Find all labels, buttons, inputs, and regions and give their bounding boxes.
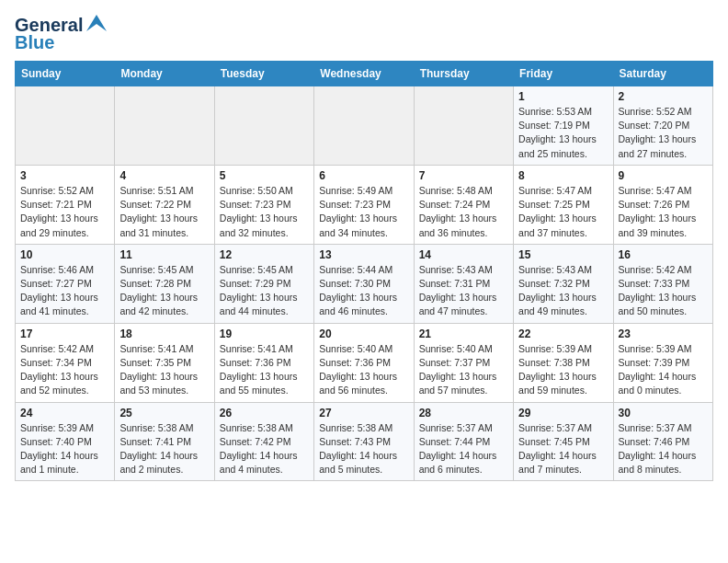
calendar-day-cell bbox=[314, 86, 414, 166]
calendar-day-cell: 24Sunrise: 5:39 AM Sunset: 7:40 PM Dayli… bbox=[16, 402, 115, 481]
calendar-day-cell: 3Sunrise: 5:52 AM Sunset: 7:21 PM Daylig… bbox=[16, 165, 115, 244]
day-of-week-header: Wednesday bbox=[314, 62, 414, 86]
day-info: Sunrise: 5:39 AM Sunset: 7:38 PM Dayligh… bbox=[518, 342, 608, 398]
day-number: 8 bbox=[518, 169, 608, 182]
day-info: Sunrise: 5:52 AM Sunset: 7:21 PM Dayligh… bbox=[20, 184, 109, 240]
calendar-day-cell bbox=[214, 86, 313, 166]
day-number: 18 bbox=[119, 327, 209, 340]
day-number: 15 bbox=[518, 248, 608, 261]
day-info: Sunrise: 5:39 AM Sunset: 7:40 PM Dayligh… bbox=[20, 421, 109, 477]
calendar-day-cell: 6Sunrise: 5:49 AM Sunset: 7:23 PM Daylig… bbox=[314, 165, 414, 244]
calendar-week-row: 1Sunrise: 5:53 AM Sunset: 7:19 PM Daylig… bbox=[16, 86, 713, 166]
day-number: 14 bbox=[419, 248, 508, 261]
day-number: 19 bbox=[220, 327, 309, 340]
day-number: 4 bbox=[119, 169, 209, 182]
day-info: Sunrise: 5:51 AM Sunset: 7:22 PM Dayligh… bbox=[119, 184, 209, 240]
day-info: Sunrise: 5:53 AM Sunset: 7:19 PM Dayligh… bbox=[518, 105, 608, 161]
calendar-day-cell: 20Sunrise: 5:40 AM Sunset: 7:36 PM Dayli… bbox=[314, 323, 414, 402]
day-number: 24 bbox=[20, 407, 109, 419]
day-of-week-header: Thursday bbox=[414, 62, 513, 86]
day-info: Sunrise: 5:52 AM Sunset: 7:20 PM Dayligh… bbox=[619, 105, 708, 161]
day-number: 23 bbox=[619, 327, 708, 340]
calendar-day-cell: 29Sunrise: 5:37 AM Sunset: 7:45 PM Dayli… bbox=[514, 402, 613, 481]
day-info: Sunrise: 5:40 AM Sunset: 7:36 PM Dayligh… bbox=[319, 342, 408, 398]
day-info: Sunrise: 5:48 AM Sunset: 7:24 PM Dayligh… bbox=[419, 184, 508, 240]
day-of-week-header: Sunday bbox=[16, 62, 115, 86]
day-info: Sunrise: 5:37 AM Sunset: 7:46 PM Dayligh… bbox=[619, 421, 708, 477]
day-number: 12 bbox=[220, 248, 309, 261]
calendar-day-cell: 15Sunrise: 5:43 AM Sunset: 7:32 PM Dayli… bbox=[514, 244, 613, 323]
day-info: Sunrise: 5:43 AM Sunset: 7:31 PM Dayligh… bbox=[419, 263, 508, 319]
day-info: Sunrise: 5:37 AM Sunset: 7:44 PM Dayligh… bbox=[419, 421, 508, 477]
calendar-day-cell: 4Sunrise: 5:51 AM Sunset: 7:22 PM Daylig… bbox=[115, 165, 214, 244]
day-info: Sunrise: 5:47 AM Sunset: 7:26 PM Dayligh… bbox=[619, 184, 708, 240]
day-number: 30 bbox=[619, 407, 708, 419]
calendar-day-cell bbox=[16, 86, 115, 166]
day-number: 27 bbox=[319, 407, 408, 419]
day-number: 17 bbox=[20, 327, 109, 340]
day-info: Sunrise: 5:38 AM Sunset: 7:41 PM Dayligh… bbox=[119, 421, 209, 477]
day-info: Sunrise: 5:49 AM Sunset: 7:23 PM Dayligh… bbox=[319, 184, 408, 240]
day-info: Sunrise: 5:46 AM Sunset: 7:27 PM Dayligh… bbox=[20, 263, 109, 319]
calendar-day-cell: 21Sunrise: 5:40 AM Sunset: 7:37 PM Dayli… bbox=[414, 323, 513, 402]
day-info: Sunrise: 5:50 AM Sunset: 7:23 PM Dayligh… bbox=[220, 184, 309, 240]
day-number: 25 bbox=[119, 407, 209, 419]
calendar-day-cell: 2Sunrise: 5:52 AM Sunset: 7:20 PM Daylig… bbox=[613, 86, 712, 166]
calendar-day-cell: 16Sunrise: 5:42 AM Sunset: 7:33 PM Dayli… bbox=[613, 244, 712, 323]
calendar-header-row: SundayMondayTuesdayWednesdayThursdayFrid… bbox=[16, 62, 713, 86]
calendar-day-cell: 13Sunrise: 5:44 AM Sunset: 7:30 PM Dayli… bbox=[314, 244, 414, 323]
day-number: 5 bbox=[220, 169, 309, 182]
day-number: 21 bbox=[419, 327, 508, 340]
day-number: 10 bbox=[20, 248, 109, 261]
calendar-day-cell: 25Sunrise: 5:38 AM Sunset: 7:41 PM Dayli… bbox=[115, 402, 214, 481]
day-number: 11 bbox=[119, 248, 209, 261]
calendar-week-row: 17Sunrise: 5:42 AM Sunset: 7:34 PM Dayli… bbox=[16, 323, 713, 402]
day-of-week-header: Tuesday bbox=[214, 62, 313, 86]
calendar-day-cell: 1Sunrise: 5:53 AM Sunset: 7:19 PM Daylig… bbox=[514, 86, 613, 166]
day-number: 29 bbox=[518, 407, 608, 419]
day-number: 6 bbox=[319, 169, 408, 182]
day-number: 28 bbox=[419, 407, 508, 419]
day-number: 9 bbox=[619, 169, 708, 182]
page-header: General Blue bbox=[15, 15, 713, 53]
calendar-day-cell: 27Sunrise: 5:38 AM Sunset: 7:43 PM Dayli… bbox=[314, 402, 414, 481]
calendar-day-cell: 23Sunrise: 5:39 AM Sunset: 7:39 PM Dayli… bbox=[613, 323, 712, 402]
calendar-day-cell: 14Sunrise: 5:43 AM Sunset: 7:31 PM Dayli… bbox=[414, 244, 513, 323]
day-number: 22 bbox=[518, 327, 608, 340]
day-number: 20 bbox=[319, 327, 408, 340]
calendar-day-cell: 17Sunrise: 5:42 AM Sunset: 7:34 PM Dayli… bbox=[16, 323, 115, 402]
day-of-week-header: Monday bbox=[115, 62, 214, 86]
calendar-week-row: 10Sunrise: 5:46 AM Sunset: 7:27 PM Dayli… bbox=[16, 244, 713, 323]
logo-bird-icon bbox=[86, 15, 107, 31]
calendar-day-cell bbox=[414, 86, 513, 166]
day-info: Sunrise: 5:41 AM Sunset: 7:36 PM Dayligh… bbox=[220, 342, 309, 398]
day-number: 13 bbox=[319, 248, 408, 261]
day-of-week-header: Friday bbox=[514, 62, 613, 86]
day-info: Sunrise: 5:44 AM Sunset: 7:30 PM Dayligh… bbox=[319, 263, 408, 319]
day-number: 7 bbox=[419, 169, 508, 182]
calendar-day-cell: 5Sunrise: 5:50 AM Sunset: 7:23 PM Daylig… bbox=[214, 165, 313, 244]
calendar-day-cell: 22Sunrise: 5:39 AM Sunset: 7:38 PM Dayli… bbox=[514, 323, 613, 402]
day-number: 3 bbox=[20, 169, 109, 182]
calendar-table: SundayMondayTuesdayWednesdayThursdayFrid… bbox=[15, 61, 713, 481]
calendar-day-cell bbox=[115, 86, 214, 166]
calendar-week-row: 3Sunrise: 5:52 AM Sunset: 7:21 PM Daylig… bbox=[16, 165, 713, 244]
day-info: Sunrise: 5:45 AM Sunset: 7:29 PM Dayligh… bbox=[220, 263, 309, 319]
day-number: 1 bbox=[518, 90, 608, 103]
day-info: Sunrise: 5:45 AM Sunset: 7:28 PM Dayligh… bbox=[119, 263, 209, 319]
calendar-day-cell: 10Sunrise: 5:46 AM Sunset: 7:27 PM Dayli… bbox=[16, 244, 115, 323]
day-number: 26 bbox=[220, 407, 309, 419]
day-number: 2 bbox=[619, 90, 708, 103]
day-of-week-header: Saturday bbox=[613, 62, 712, 86]
day-info: Sunrise: 5:38 AM Sunset: 7:42 PM Dayligh… bbox=[220, 421, 309, 477]
calendar-day-cell: 30Sunrise: 5:37 AM Sunset: 7:46 PM Dayli… bbox=[613, 402, 712, 481]
day-info: Sunrise: 5:38 AM Sunset: 7:43 PM Dayligh… bbox=[319, 421, 408, 477]
calendar-day-cell: 11Sunrise: 5:45 AM Sunset: 7:28 PM Dayli… bbox=[115, 244, 214, 323]
day-info: Sunrise: 5:39 AM Sunset: 7:39 PM Dayligh… bbox=[619, 342, 708, 398]
svg-marker-0 bbox=[86, 15, 107, 31]
logo-blue-text: Blue bbox=[15, 32, 54, 53]
day-info: Sunrise: 5:41 AM Sunset: 7:35 PM Dayligh… bbox=[119, 342, 209, 398]
day-info: Sunrise: 5:42 AM Sunset: 7:33 PM Dayligh… bbox=[619, 263, 708, 319]
day-number: 16 bbox=[619, 248, 708, 261]
calendar-day-cell: 18Sunrise: 5:41 AM Sunset: 7:35 PM Dayli… bbox=[115, 323, 214, 402]
